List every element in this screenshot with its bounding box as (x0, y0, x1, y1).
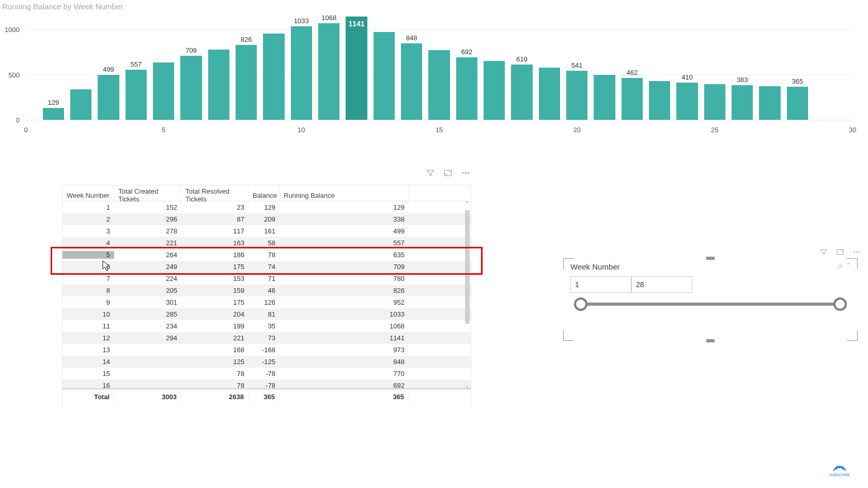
chart-bar[interactable] (428, 50, 450, 120)
chart-bar[interactable] (126, 70, 147, 120)
chart-bar[interactable] (401, 43, 423, 120)
focus-mode-icon[interactable] (836, 248, 844, 256)
table-row[interactable]: 11234199351068 (63, 320, 471, 332)
table-cell: 23 (181, 203, 249, 211)
table-row[interactable]: 13168-168973 (63, 344, 471, 356)
table-cell: 129 (280, 203, 409, 211)
table-cell: 234 (114, 322, 181, 330)
chart-bar[interactable] (346, 17, 367, 120)
table-cell: 12 (63, 334, 114, 342)
chart-bar[interactable] (43, 108, 65, 120)
table-cell: 58 (249, 239, 280, 247)
table-visual[interactable]: Week Number Total Created Tickets Total … (62, 170, 470, 421)
table-row[interactable]: 1578-78770 (63, 368, 471, 380)
svg-rect-4 (837, 249, 843, 254)
chart-bar[interactable] (511, 65, 533, 120)
table-row[interactable]: 1678-78692 (63, 380, 471, 388)
chart-bar[interactable] (263, 34, 285, 120)
table-row[interactable]: 526418678635 (63, 249, 471, 261)
table-cell: 7 (63, 275, 114, 282)
chart-bar[interactable] (180, 56, 202, 120)
chart-bar[interactable] (153, 62, 175, 120)
chart-bar-label: 826 (241, 36, 252, 43)
table-cell: 1 (63, 203, 114, 211)
scroll-thumb[interactable] (465, 210, 470, 324)
slicer-title: Week Number (570, 262, 620, 271)
filter-icon[interactable] (426, 168, 435, 178)
subscribe-badge[interactable]: SUBSCRIBE (827, 462, 853, 478)
chart-bar[interactable] (484, 61, 505, 120)
chart-bar[interactable] (759, 86, 781, 120)
chart-bar[interactable] (208, 50, 230, 120)
selection-handle[interactable] (706, 339, 715, 342)
chart-bar[interactable] (236, 45, 257, 120)
slicer-from-input[interactable] (570, 276, 631, 293)
chart-bar-label: 557 (130, 60, 142, 68)
chart-bar[interactable] (649, 81, 671, 120)
chart-bar[interactable] (318, 23, 340, 120)
table-cell: 709 (280, 263, 409, 271)
table-cell: 159 (181, 287, 249, 294)
table-body[interactable]: 1152231291292296872093383278117161499422… (63, 201, 471, 388)
chart-bar-label: 610 (516, 55, 528, 63)
chart-bar[interactable] (539, 68, 561, 120)
table-cell: 3 (63, 227, 114, 235)
focus-mode-icon[interactable] (443, 168, 453, 178)
bar-chart[interactable]: 05001000 1294995577098261033106811418486… (0, 11, 868, 140)
table-row[interactable]: 820515946826 (63, 285, 471, 296)
table-row[interactable]: 422116358557 (63, 237, 471, 249)
data-table[interactable]: Week Number Total Created Tickets Total … (62, 185, 471, 408)
table-cell: 186 (181, 251, 249, 259)
table-row[interactable]: 229687209338 (63, 213, 471, 225)
slicer-track[interactable] (581, 303, 840, 306)
chart-bar[interactable] (732, 85, 753, 120)
table-cell: 9 (63, 298, 114, 306)
table-row[interactable]: 722415371780 (63, 273, 471, 285)
slicer-handle-right[interactable] (833, 297, 847, 311)
chart-bar[interactable] (787, 87, 809, 120)
chart-bar[interactable] (676, 83, 698, 120)
slicer-handle-left[interactable] (574, 297, 587, 311)
table-row[interactable]: 12294221731141 (63, 332, 471, 344)
more-options-icon[interactable] (853, 248, 861, 256)
total-resolved: 2638 (181, 389, 249, 404)
chart-bar[interactable] (622, 78, 643, 120)
filter-icon[interactable] (819, 248, 828, 256)
table-row[interactable]: 3278117161499 (63, 225, 471, 237)
table-row[interactable]: 115223129129 (63, 201, 471, 213)
chart-bar[interactable] (70, 89, 92, 120)
week-slicer[interactable]: Week Number ˅ (563, 258, 858, 341)
chart-bar[interactable] (291, 26, 313, 120)
table-cell: -125 (249, 358, 280, 366)
chart-bar[interactable] (566, 71, 588, 120)
svg-point-2 (465, 172, 466, 174)
table-cell: 15 (63, 370, 114, 377)
table-cell: 1033 (280, 310, 409, 318)
table-row[interactable]: 9301175126952 (63, 296, 471, 308)
table-total-row: Total 3003 2638 365 365 (63, 388, 471, 404)
chevron-down-icon[interactable]: ˅ (847, 262, 850, 271)
slicer-to-input[interactable] (631, 276, 692, 293)
table-cell: 73 (249, 334, 280, 342)
chart-bar[interactable] (98, 75, 119, 120)
table-row[interactable]: 624917574709 (63, 261, 471, 273)
chart-bar[interactable] (456, 57, 478, 120)
selection-handle[interactable] (706, 257, 715, 260)
table-row[interactable]: 14125-125848 (63, 356, 471, 368)
scroll-up-icon[interactable]: ˄ (463, 201, 471, 208)
scroll-down-icon[interactable]: ˅ (463, 386, 471, 393)
scrollbar[interactable]: ˄ ˅ (463, 201, 471, 393)
total-created: 3003 (114, 389, 181, 404)
x-tick-label: 30 (849, 126, 856, 134)
table-cell: 338 (280, 215, 409, 223)
slicer-title-row: Week Number ˅ (570, 262, 850, 271)
chart-bar[interactable] (594, 75, 615, 120)
more-options-icon[interactable] (461, 168, 470, 178)
chart-bar[interactable] (374, 32, 395, 120)
x-tick-label: 25 (711, 126, 718, 134)
chart-bar-label: 541 (571, 61, 583, 69)
chart-bar-label: 410 (681, 73, 693, 81)
chart-bar[interactable] (704, 84, 726, 120)
table-row[interactable]: 10285204811033 (63, 308, 471, 320)
eraser-icon[interactable] (836, 262, 843, 271)
